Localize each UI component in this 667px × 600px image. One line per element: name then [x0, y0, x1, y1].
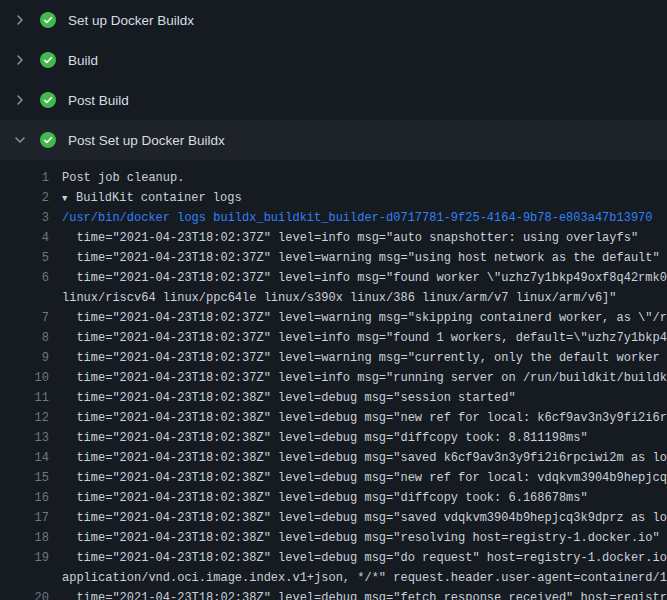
log-text: ▼BuildKit container logs: [49, 188, 667, 208]
line-number[interactable]: 11: [0, 388, 49, 408]
section-header-post-build[interactable]: Post Build: [0, 80, 667, 120]
log-row: 6 time="2021-04-23T18:02:37Z" level=info…: [0, 268, 667, 288]
log-text: time="2021-04-23T18:02:37Z" level=warnin…: [49, 308, 667, 328]
section-header-post-set-up-docker-buildx[interactable]: Post Set up Docker Buildx: [0, 120, 667, 160]
chevron-right-icon[interactable]: [12, 52, 28, 68]
log-output: 1Post job cleanup.2▼BuildKit container l…: [0, 160, 667, 600]
log-row: 8 time="2021-04-23T18:02:37Z" level=info…: [0, 328, 667, 348]
log-text: time="2021-04-23T18:02:38Z" level=debug …: [49, 468, 667, 488]
line-number[interactable]: 8: [0, 328, 49, 348]
line-number[interactable]: 18: [0, 528, 49, 548]
log-text: time="2021-04-23T18:02:37Z" level=info m…: [49, 268, 667, 288]
step-section-list: Set up Docker BuildxBuildPost BuildPost …: [0, 0, 667, 160]
log-group-row[interactable]: 2▼BuildKit container logs: [0, 188, 667, 208]
log-row: 10 time="2021-04-23T18:02:37Z" level=inf…: [0, 368, 667, 388]
line-number[interactable]: 10: [0, 368, 49, 388]
log-text: time="2021-04-23T18:02:38Z" level=debug …: [49, 408, 667, 428]
log-row: application/vnd.oci.image.index.v1+json,…: [0, 568, 667, 588]
chevron-right-icon[interactable]: [12, 92, 28, 108]
log-row: 19 time="2021-04-23T18:02:38Z" level=deb…: [0, 548, 667, 568]
line-number[interactable]: 12: [0, 408, 49, 428]
log-row: 1Post job cleanup.: [0, 168, 667, 188]
section-title: Set up Docker Buildx: [68, 13, 194, 28]
check-circle-icon: [40, 52, 56, 68]
line-number[interactable]: 20: [0, 588, 49, 600]
line-number: [0, 568, 49, 588]
log-text: time="2021-04-23T18:02:38Z" level=debug …: [49, 588, 667, 600]
log-text: application/vnd.oci.image.index.v1+json,…: [49, 568, 667, 588]
log-row: 4 time="2021-04-23T18:02:37Z" level=info…: [0, 228, 667, 248]
line-number[interactable]: 19: [0, 548, 49, 568]
log-row: 5 time="2021-04-23T18:02:37Z" level=warn…: [0, 248, 667, 268]
section-header-build[interactable]: Build: [0, 40, 667, 80]
check-circle-icon: [40, 132, 56, 148]
group-toggle-icon[interactable]: ▼: [62, 189, 76, 208]
log-text: Post job cleanup.: [49, 168, 667, 188]
log-row: 15 time="2021-04-23T18:02:38Z" level=deb…: [0, 468, 667, 488]
line-number[interactable]: 17: [0, 508, 49, 528]
line-number[interactable]: 1: [0, 168, 49, 188]
workflow-log-viewer: Set up Docker BuildxBuildPost BuildPost …: [0, 0, 667, 600]
check-circle-icon: [40, 12, 56, 28]
line-number[interactable]: 6: [0, 268, 49, 288]
log-row: 9 time="2021-04-23T18:02:37Z" level=warn…: [0, 348, 667, 368]
section-title: Post Build: [68, 93, 129, 108]
line-number[interactable]: 4: [0, 228, 49, 248]
line-number[interactable]: 14: [0, 448, 49, 468]
log-text: time="2021-04-23T18:02:37Z" level=info m…: [49, 228, 667, 248]
log-text: time="2021-04-23T18:02:37Z" level=warnin…: [49, 248, 667, 268]
line-number[interactable]: 7: [0, 308, 49, 328]
section-header-set-up-docker-buildx[interactable]: Set up Docker Buildx: [0, 0, 667, 40]
log-row: 12 time="2021-04-23T18:02:38Z" level=deb…: [0, 408, 667, 428]
log-text: linux/riscv64 linux/ppc64le linux/s390x …: [49, 288, 667, 308]
chevron-right-icon[interactable]: [12, 12, 28, 28]
log-text: time="2021-04-23T18:02:37Z" level=info m…: [49, 328, 667, 348]
log-text: time="2021-04-23T18:02:38Z" level=debug …: [49, 508, 667, 528]
line-number[interactable]: 16: [0, 488, 49, 508]
line-number[interactable]: 9: [0, 348, 49, 368]
log-command-text: /usr/bin/docker logs buildx_buildkit_bui…: [49, 208, 667, 228]
log-row: 13 time="2021-04-23T18:02:38Z" level=deb…: [0, 428, 667, 448]
group-title: BuildKit container logs: [76, 191, 242, 205]
log-row: 16 time="2021-04-23T18:02:38Z" level=deb…: [0, 488, 667, 508]
log-row: 18 time="2021-04-23T18:02:38Z" level=deb…: [0, 528, 667, 548]
line-number[interactable]: 13: [0, 428, 49, 448]
log-text: time="2021-04-23T18:02:38Z" level=debug …: [49, 528, 667, 548]
line-number[interactable]: 5: [0, 248, 49, 268]
log-text: time="2021-04-23T18:02:38Z" level=debug …: [49, 488, 667, 508]
log-row: 11 time="2021-04-23T18:02:38Z" level=deb…: [0, 388, 667, 408]
log-row: 7 time="2021-04-23T18:02:37Z" level=warn…: [0, 308, 667, 328]
chevron-down-icon[interactable]: [12, 132, 28, 148]
log-text: time="2021-04-23T18:02:37Z" level=info m…: [49, 368, 667, 388]
line-number[interactable]: 2: [0, 188, 49, 208]
log-row: linux/riscv64 linux/ppc64le linux/s390x …: [0, 288, 667, 308]
line-number[interactable]: 3: [0, 208, 49, 228]
log-row: 14 time="2021-04-23T18:02:38Z" level=deb…: [0, 448, 667, 468]
log-text: time="2021-04-23T18:02:38Z" level=debug …: [49, 388, 667, 408]
log-row: 17 time="2021-04-23T18:02:38Z" level=deb…: [0, 508, 667, 528]
section-title: Post Set up Docker Buildx: [68, 133, 225, 148]
log-text: time="2021-04-23T18:02:38Z" level=debug …: [49, 448, 667, 468]
check-circle-icon: [40, 92, 56, 108]
log-text: time="2021-04-23T18:02:38Z" level=debug …: [49, 548, 667, 568]
log-text: time="2021-04-23T18:02:37Z" level=warnin…: [49, 348, 667, 368]
section-title: Build: [68, 53, 98, 68]
log-row: 20 time="2021-04-23T18:02:38Z" level=deb…: [0, 588, 667, 600]
line-number: [0, 288, 49, 308]
log-command-row: 3/usr/bin/docker logs buildx_buildkit_bu…: [0, 208, 667, 228]
line-number[interactable]: 15: [0, 468, 49, 488]
log-text: time="2021-04-23T18:02:38Z" level=debug …: [49, 428, 667, 448]
